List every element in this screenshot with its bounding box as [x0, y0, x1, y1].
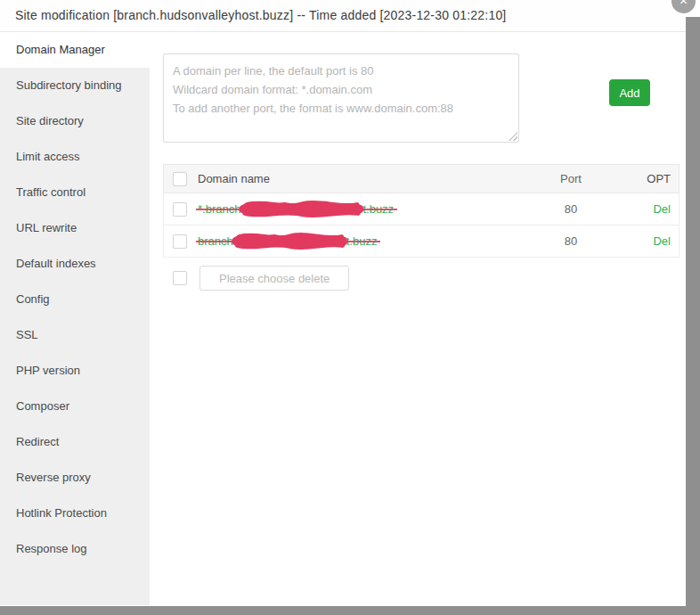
table-row: branch t.buzz 80 Del — [163, 226, 680, 258]
domain-visible-end: t.buzz — [362, 202, 394, 216]
page-backdrop-bottom — [0, 606, 700, 615]
column-header-domain-name: Domain name — [198, 172, 522, 185]
domain-name-link[interactable]: branch t.buzz — [198, 233, 377, 250]
domain-table-header: Domain name Port OPT — [163, 164, 680, 193]
port-value: 80 — [522, 202, 620, 216]
delete-link[interactable]: Del — [653, 234, 671, 248]
delete-link[interactable]: Del — [653, 202, 671, 216]
bulk-actions-row: Please choose delete — [173, 266, 349, 291]
row-checkbox[interactable] — [173, 234, 187, 249]
dialog-body: Domain Manager Subdirectory binding Site… — [0, 32, 686, 605]
table-row: *.branch t.buzz 80 Del — [163, 193, 680, 226]
domain-name-link[interactable]: *.branch t.buzz — [198, 201, 394, 217]
column-header-opt: OPT — [620, 172, 679, 185]
sidebar-item-hotlink-protection[interactable]: Hotlink Protection — [0, 496, 150, 531]
page-backdrop-right — [686, 17, 700, 615]
redaction-scribble — [238, 201, 365, 217]
sidebar-item-domain-manager[interactable]: Domain Manager — [0, 32, 150, 68]
sidebar-item-redirect[interactable]: Redirect — [0, 424, 150, 460]
domain-input-wrap — [163, 53, 519, 143]
sidebar-item-limit-access[interactable]: Limit access — [0, 139, 150, 175]
column-header-port: Port — [522, 172, 620, 185]
bulk-select-checkbox[interactable] — [173, 271, 187, 285]
dialog-title: Site modification [branch.hudsonvalleyho… — [0, 0, 686, 32]
site-modification-dialog: Site modification [branch.hudsonvalleyho… — [0, 0, 686, 606]
sidebar-item-response-log[interactable]: Response log — [0, 531, 150, 567]
redaction-scribble — [231, 233, 349, 250]
close-icon: ✕ — [679, 0, 688, 7]
sidebar-item-subdirectory-binding[interactable]: Subdirectory binding — [0, 68, 150, 103]
sidebar-item-default-indexes[interactable]: Default indexes — [0, 246, 150, 282]
bulk-delete-button[interactable]: Please choose delete — [199, 266, 349, 291]
sidebar-item-site-directory[interactable]: Site directory — [0, 103, 150, 139]
sidebar-item-url-rewrite[interactable]: URL rewrite — [0, 210, 150, 246]
sidebar-item-php-version[interactable]: PHP version — [0, 353, 150, 389]
domain-input-textarea[interactable] — [163, 53, 519, 143]
domain-manager-panel: Add Domain name Port OPT *.branch — [150, 32, 686, 605]
row-checkbox[interactable] — [173, 202, 187, 217]
sidebar: Domain Manager Subdirectory binding Site… — [0, 32, 150, 605]
sidebar-item-config[interactable]: Config — [0, 282, 150, 317]
sidebar-item-traffic-control[interactable]: Traffic control — [0, 175, 150, 210]
domain-visible-end: t.buzz — [346, 234, 378, 248]
add-button[interactable]: Add — [609, 79, 650, 106]
sidebar-item-ssl[interactable]: SSL — [0, 317, 150, 353]
sidebar-item-composer[interactable]: Composer — [0, 389, 150, 424]
domain-visible-start: *.branch — [198, 202, 240, 216]
domain-visible-start: branch — [198, 234, 233, 248]
domain-table: Domain name Port OPT *.branch — [163, 164, 680, 258]
port-value: 80 — [522, 234, 620, 248]
sidebar-item-reverse-proxy[interactable]: Reverse proxy — [0, 460, 150, 496]
select-all-checkbox[interactable] — [173, 172, 187, 186]
